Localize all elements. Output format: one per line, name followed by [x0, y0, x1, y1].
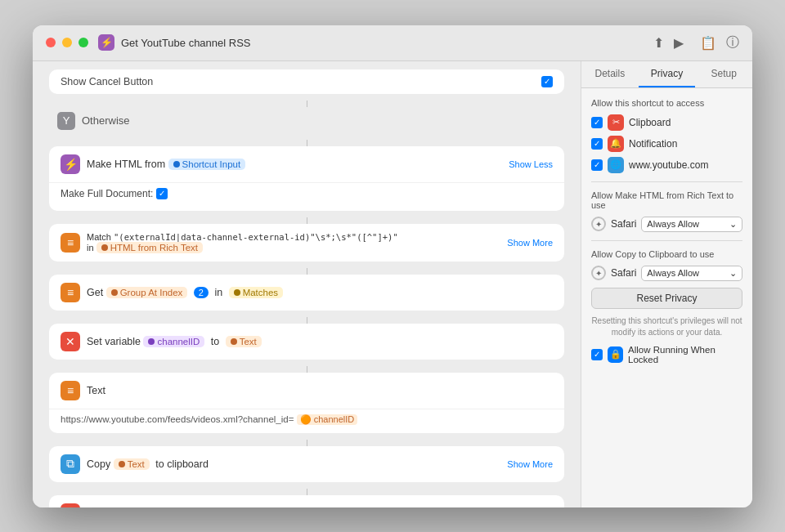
connector3	[307, 217, 307, 224]
copy-toggle[interactable]: Show More	[507, 459, 553, 469]
connector6	[307, 366, 307, 373]
divider2	[591, 240, 742, 241]
play-button[interactable]: ▶	[674, 35, 684, 51]
match-icon: ≡	[61, 233, 80, 253]
set-variable-card: ✕ Set variable channelID to Text	[49, 324, 564, 360]
show-cancel-label: Show Cancel Button	[61, 76, 153, 87]
match-toggle[interactable]: Show More	[507, 238, 553, 248]
url-text: https://www.youtube.com/feeds/videos.xml…	[61, 414, 553, 425]
matches-tag: Matches	[229, 287, 283, 298]
youtube-checkbox[interactable]	[591, 159, 603, 171]
notification-permission: 🔔 Notification	[591, 136, 742, 152]
info-button[interactable]: ⓘ	[726, 34, 739, 51]
notification-label: Notification	[629, 138, 677, 150]
tab-details[interactable]: Details	[581, 61, 639, 87]
connector2	[307, 140, 307, 146]
allow-locked-row: 🔒 Allow Running When Locked	[591, 345, 742, 364]
safari-compass-icon2: ✦	[591, 266, 606, 280]
copy-title: Copy Text to clipboard	[87, 458, 500, 470]
connector7	[307, 440, 307, 446]
channelid-url-tag: 🟠 channelID	[297, 414, 358, 425]
notification-perm-icon: 🔔	[608, 136, 624, 152]
get-header: ≡ Get Group At Index 2 in Matches	[49, 275, 564, 311]
reset-privacy-button[interactable]: Reset Privacy	[591, 288, 742, 309]
match-card: ≡ Match "(externalId|data-channel-extern…	[49, 224, 564, 262]
copy-section-title: Allow Copy to Clipboard to use	[591, 249, 742, 259]
window-title: Get YoutTube channel RSS	[121, 37, 653, 49]
text-card: ≡ Text https://www.youtube.com/feeds/vid…	[49, 373, 564, 433]
safari-compass-icon: ✦	[591, 217, 606, 231]
connector	[307, 101, 307, 107]
otherwise-icon: Y	[57, 112, 75, 130]
html-allow-row: ✦ Safari Always Allow ⌄	[591, 217, 742, 232]
tab-setup[interactable]: Setup	[695, 61, 752, 87]
get-icon: ≡	[61, 283, 80, 302]
show-notification-card: 🔔 Show notification Clipboard Show Less …	[49, 495, 564, 507]
group-at-index-tag: Group At Index	[106, 287, 188, 298]
html-allow-dropdown[interactable]: Always Allow ⌄	[641, 217, 742, 232]
otherwise-block: Y Otherwise	[49, 107, 564, 135]
make-html-body: Make Full Document:	[49, 182, 564, 211]
youtube-icon: 🌐	[608, 157, 624, 173]
locked-label: Allow Running When Locked	[628, 345, 742, 364]
divider1	[591, 181, 742, 182]
copy-header: ⧉ Copy Text to clipboard Show More	[49, 446, 564, 482]
connector8	[307, 489, 307, 495]
set-variable-icon: ✕	[61, 332, 80, 351]
match-header: ≡ Match "(externalId|data-channel-extern…	[49, 224, 564, 262]
locked-icon: 🔒	[608, 346, 623, 363]
make-html-header: ⚡ Make HTML from Shortcut Input Show Les…	[49, 146, 564, 182]
make-html-toggle[interactable]: Show Less	[509, 159, 553, 169]
connector4	[307, 268, 307, 275]
make-full-doc-checkbox[interactable]	[156, 188, 168, 199]
html-rich-text-tag: HTML from Rich Text	[96, 242, 203, 253]
text-title: Text	[87, 385, 553, 396]
channelid-tag: channelID	[143, 336, 204, 347]
minimize-button[interactable]	[62, 38, 72, 47]
text-tag: Text	[226, 336, 262, 347]
notification-checkbox[interactable]	[591, 138, 603, 150]
tab-bar: Details Privacy Setup	[581, 61, 752, 88]
text-header: ≡ Text	[49, 373, 564, 409]
show-cancel-bar: Show Cancel Button	[49, 69, 564, 94]
show-cancel-checkbox[interactable]	[541, 76, 553, 87]
copy-allow-dropdown[interactable]: Always Allow ⌄	[641, 266, 742, 281]
maximize-button[interactable]	[78, 38, 88, 47]
traffic-lights	[46, 38, 88, 47]
reset-note: Resetting this shortcut's privileges wil…	[591, 315, 742, 338]
match-title: Match "(externalId|data-channel-external…	[87, 232, 500, 253]
privacy-content: Allow this shortcut to access ✂ Clipboar…	[581, 88, 752, 374]
show-notification-icon: 🔔	[61, 503, 80, 507]
add-button[interactable]: 📋	[700, 35, 716, 51]
make-html-card: ⚡ Make HTML from Shortcut Input Show Les…	[49, 146, 564, 211]
clipboard-checkbox[interactable]	[591, 117, 603, 128]
right-panel: Details Privacy Setup Allow this shortcu…	[581, 61, 752, 507]
html-section-title: Allow Make HTML from Rich Text to use	[591, 190, 742, 210]
app-icon: ⚡	[98, 34, 114, 51]
titlebar: ⚡ Get YoutTube channel RSS ⬆ ▶ 📋 ⓘ	[33, 25, 752, 61]
get-card: ≡ Get Group At Index 2 in Matches	[49, 275, 564, 311]
locked-checkbox[interactable]	[591, 349, 603, 360]
allow-access-title: Allow this shortcut to access	[591, 98, 742, 108]
close-button[interactable]	[46, 38, 56, 47]
tab-privacy[interactable]: Privacy	[639, 61, 696, 87]
index-badge: 2	[194, 287, 209, 298]
make-full-doc-row: Make Full Document:	[61, 188, 553, 199]
titlebar-actions: ⬆ ▶ 📋 ⓘ	[653, 34, 739, 51]
clipboard-label: Clipboard	[629, 117, 671, 128]
share-button[interactable]: ⬆	[653, 35, 664, 51]
copy-safari-label: Safari	[611, 267, 636, 279]
html-safari-label: Safari	[611, 218, 636, 230]
text-body: https://www.youtube.com/feeds/videos.xml…	[49, 409, 564, 433]
copy-allow-row: ✦ Safari Always Allow ⌄	[591, 266, 742, 281]
make-html-title: Make HTML from Shortcut Input	[87, 159, 502, 170]
youtube-label: www.youtube.com	[629, 159, 708, 171]
make-html-icon: ⚡	[61, 154, 80, 174]
set-variable-header: ✕ Set variable channelID to Text	[49, 324, 564, 360]
youtube-permission: 🌐 www.youtube.com	[591, 157, 742, 173]
clipboard-icon: ✂	[608, 114, 624, 131]
show-notification-header: 🔔 Show notification Clipboard Show Less	[49, 495, 564, 507]
copy-text-tag: Text	[114, 458, 150, 470]
app-window: ⚡ Get YoutTube channel RSS ⬆ ▶ 📋 ⓘ Show …	[33, 25, 752, 507]
otherwise-label: Otherwise	[82, 114, 130, 127]
